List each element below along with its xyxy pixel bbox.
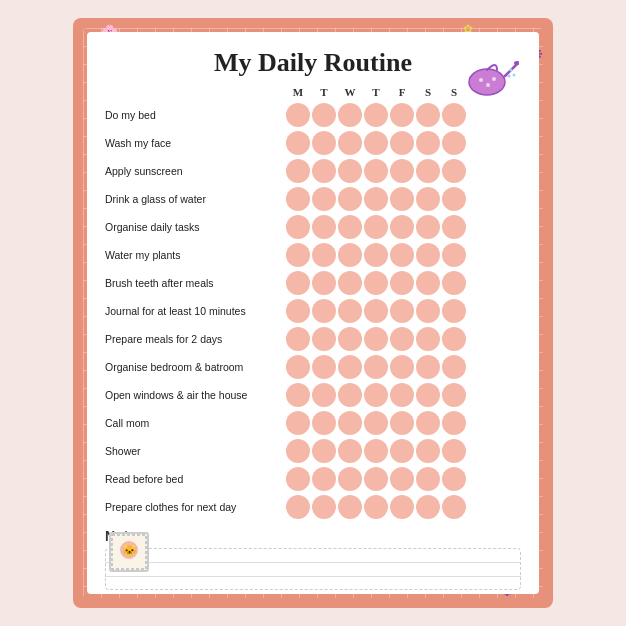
habit-circle[interactable] xyxy=(442,327,466,351)
habit-circle[interactable] xyxy=(390,271,414,295)
habit-circle[interactable] xyxy=(416,271,440,295)
habit-circle[interactable] xyxy=(390,187,414,211)
habit-circle[interactable] xyxy=(338,327,362,351)
habit-circle[interactable] xyxy=(416,355,440,379)
habit-circle[interactable] xyxy=(442,243,466,267)
habit-circle[interactable] xyxy=(442,467,466,491)
habit-circle[interactable] xyxy=(312,187,336,211)
habit-circle[interactable] xyxy=(416,467,440,491)
habit-circle[interactable] xyxy=(390,159,414,183)
habit-circle[interactable] xyxy=(338,215,362,239)
habit-circle[interactable] xyxy=(312,467,336,491)
habit-circle[interactable] xyxy=(442,131,466,155)
habit-circle[interactable] xyxy=(442,495,466,519)
habit-circle[interactable] xyxy=(286,103,310,127)
habit-circle[interactable] xyxy=(416,327,440,351)
habit-circle[interactable] xyxy=(312,327,336,351)
habit-circle[interactable] xyxy=(416,159,440,183)
habit-circle[interactable] xyxy=(364,467,388,491)
habit-circle[interactable] xyxy=(364,131,388,155)
habit-circle[interactable] xyxy=(286,411,310,435)
habit-circle[interactable] xyxy=(364,215,388,239)
habit-circle[interactable] xyxy=(312,355,336,379)
habit-circle[interactable] xyxy=(312,439,336,463)
habit-circle[interactable] xyxy=(416,383,440,407)
habit-circle[interactable] xyxy=(364,383,388,407)
habit-circle[interactable] xyxy=(286,467,310,491)
habit-circle[interactable] xyxy=(416,299,440,323)
habit-circle[interactable] xyxy=(338,439,362,463)
habit-circle[interactable] xyxy=(312,411,336,435)
habit-circle[interactable] xyxy=(364,103,388,127)
habit-circle[interactable] xyxy=(442,411,466,435)
habit-circle[interactable] xyxy=(286,187,310,211)
habit-circle[interactable] xyxy=(442,299,466,323)
habit-circle[interactable] xyxy=(286,271,310,295)
habit-circle[interactable] xyxy=(416,187,440,211)
notes-lines[interactable] xyxy=(105,548,521,590)
habit-circle[interactable] xyxy=(338,467,362,491)
habit-circle[interactable] xyxy=(442,187,466,211)
habit-circle[interactable] xyxy=(312,159,336,183)
habit-circle[interactable] xyxy=(338,383,362,407)
habit-circle[interactable] xyxy=(338,355,362,379)
habit-circle[interactable] xyxy=(286,131,310,155)
habit-circle[interactable] xyxy=(416,103,440,127)
habit-circle[interactable] xyxy=(442,215,466,239)
habit-circle[interactable] xyxy=(338,187,362,211)
habit-circle[interactable] xyxy=(390,467,414,491)
habit-circle[interactable] xyxy=(442,355,466,379)
habit-circle[interactable] xyxy=(416,411,440,435)
habit-circle[interactable] xyxy=(364,271,388,295)
habit-circle[interactable] xyxy=(338,495,362,519)
habit-circle[interactable] xyxy=(286,383,310,407)
habit-circle[interactable] xyxy=(390,243,414,267)
habit-circle[interactable] xyxy=(338,299,362,323)
habit-circle[interactable] xyxy=(364,327,388,351)
habit-circle[interactable] xyxy=(390,355,414,379)
habit-circle[interactable] xyxy=(286,159,310,183)
habit-circle[interactable] xyxy=(312,495,336,519)
habit-circle[interactable] xyxy=(312,215,336,239)
habit-circle[interactable] xyxy=(286,215,310,239)
habit-circle[interactable] xyxy=(364,243,388,267)
habit-circle[interactable] xyxy=(364,355,388,379)
habit-circle[interactable] xyxy=(364,439,388,463)
habit-circle[interactable] xyxy=(416,215,440,239)
habit-circle[interactable] xyxy=(442,271,466,295)
habit-circle[interactable] xyxy=(390,411,414,435)
habit-circle[interactable] xyxy=(286,299,310,323)
habit-circle[interactable] xyxy=(312,131,336,155)
habit-circle[interactable] xyxy=(416,439,440,463)
habit-circle[interactable] xyxy=(338,103,362,127)
habit-circle[interactable] xyxy=(364,495,388,519)
habit-circle[interactable] xyxy=(364,159,388,183)
habit-circle[interactable] xyxy=(338,271,362,295)
habit-circle[interactable] xyxy=(390,215,414,239)
habit-circle[interactable] xyxy=(442,159,466,183)
habit-circle[interactable] xyxy=(364,411,388,435)
habit-circle[interactable] xyxy=(390,439,414,463)
habit-circle[interactable] xyxy=(390,327,414,351)
habit-circle[interactable] xyxy=(390,299,414,323)
habit-circle[interactable] xyxy=(390,131,414,155)
habit-circle[interactable] xyxy=(338,131,362,155)
habit-circle[interactable] xyxy=(286,327,310,351)
habit-circle[interactable] xyxy=(442,103,466,127)
habit-circle[interactable] xyxy=(390,495,414,519)
habit-circle[interactable] xyxy=(312,271,336,295)
habit-circle[interactable] xyxy=(286,243,310,267)
habit-circle[interactable] xyxy=(390,383,414,407)
habit-circle[interactable] xyxy=(312,243,336,267)
habit-circle[interactable] xyxy=(286,495,310,519)
habit-circle[interactable] xyxy=(286,439,310,463)
habit-circle[interactable] xyxy=(338,159,362,183)
habit-circle[interactable] xyxy=(416,495,440,519)
habit-circle[interactable] xyxy=(338,243,362,267)
habit-circle[interactable] xyxy=(416,131,440,155)
habit-circle[interactable] xyxy=(390,103,414,127)
habit-circle[interactable] xyxy=(312,299,336,323)
habit-circle[interactable] xyxy=(286,355,310,379)
habit-circle[interactable] xyxy=(442,383,466,407)
habit-circle[interactable] xyxy=(338,411,362,435)
